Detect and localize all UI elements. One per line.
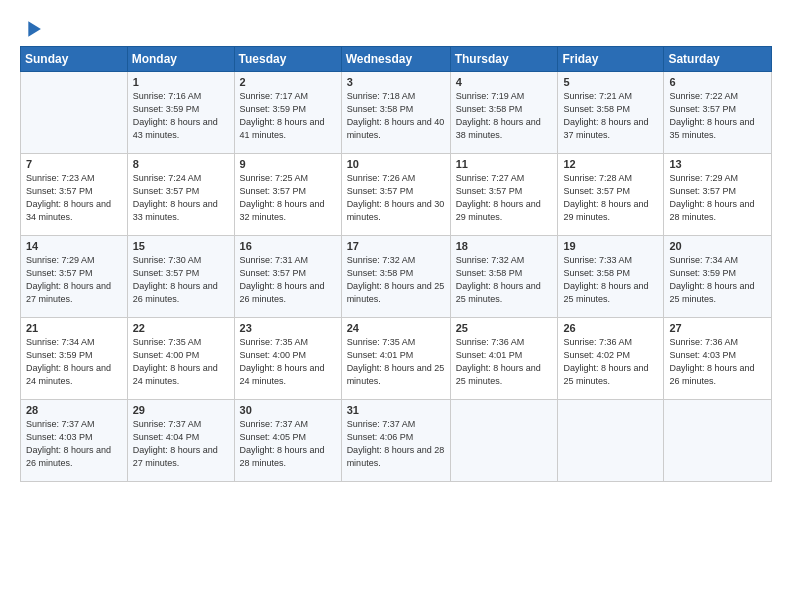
day-number: 24	[347, 322, 445, 334]
day-detail: Sunrise: 7:21 AM Sunset: 3:58 PM Dayligh…	[563, 90, 658, 142]
daylight-hours: Daylight: 8 hours and 24 minutes.	[133, 363, 218, 386]
sunrise-time: Sunrise: 7:26 AM	[347, 173, 416, 183]
sunrise-time: Sunrise: 7:37 AM	[26, 419, 95, 429]
sunrise-time: Sunrise: 7:28 AM	[563, 173, 632, 183]
header	[20, 18, 772, 36]
sunset-time: Sunset: 3:58 PM	[563, 104, 630, 114]
sunrise-time: Sunrise: 7:34 AM	[26, 337, 95, 347]
col-wednesday: Wednesday	[341, 47, 450, 72]
calendar-week-row: 14 Sunrise: 7:29 AM Sunset: 3:57 PM Dayl…	[21, 236, 772, 318]
daylight-hours: Daylight: 8 hours and 25 minutes.	[669, 281, 754, 304]
table-row: 11 Sunrise: 7:27 AM Sunset: 3:57 PM Dayl…	[450, 154, 558, 236]
day-number: 9	[240, 158, 336, 170]
day-number: 17	[347, 240, 445, 252]
daylight-hours: Daylight: 8 hours and 25 minutes.	[347, 281, 445, 304]
day-detail: Sunrise: 7:27 AM Sunset: 3:57 PM Dayligh…	[456, 172, 553, 224]
day-detail: Sunrise: 7:33 AM Sunset: 3:58 PM Dayligh…	[563, 254, 658, 306]
day-number: 26	[563, 322, 658, 334]
day-detail: Sunrise: 7:17 AM Sunset: 3:59 PM Dayligh…	[240, 90, 336, 142]
sunrise-time: Sunrise: 7:35 AM	[240, 337, 309, 347]
sunset-time: Sunset: 4:01 PM	[456, 350, 523, 360]
table-row: 26 Sunrise: 7:36 AM Sunset: 4:02 PM Dayl…	[558, 318, 664, 400]
sunset-time: Sunset: 3:57 PM	[456, 186, 523, 196]
table-row: 6 Sunrise: 7:22 AM Sunset: 3:57 PM Dayli…	[664, 72, 772, 154]
sunrise-time: Sunrise: 7:29 AM	[669, 173, 738, 183]
day-number: 14	[26, 240, 122, 252]
logo	[20, 18, 44, 36]
day-detail: Sunrise: 7:36 AM Sunset: 4:03 PM Dayligh…	[669, 336, 766, 388]
day-detail: Sunrise: 7:30 AM Sunset: 3:57 PM Dayligh…	[133, 254, 229, 306]
sunset-time: Sunset: 3:57 PM	[26, 268, 93, 278]
daylight-hours: Daylight: 8 hours and 25 minutes.	[456, 363, 541, 386]
table-row: 4 Sunrise: 7:19 AM Sunset: 3:58 PM Dayli…	[450, 72, 558, 154]
day-detail: Sunrise: 7:34 AM Sunset: 3:59 PM Dayligh…	[26, 336, 122, 388]
table-row: 20 Sunrise: 7:34 AM Sunset: 3:59 PM Dayl…	[664, 236, 772, 318]
daylight-hours: Daylight: 8 hours and 38 minutes.	[456, 117, 541, 140]
day-detail: Sunrise: 7:28 AM Sunset: 3:57 PM Dayligh…	[563, 172, 658, 224]
sunset-time: Sunset: 4:00 PM	[133, 350, 200, 360]
day-detail: Sunrise: 7:16 AM Sunset: 3:59 PM Dayligh…	[133, 90, 229, 142]
daylight-hours: Daylight: 8 hours and 35 minutes.	[669, 117, 754, 140]
sunrise-time: Sunrise: 7:30 AM	[133, 255, 202, 265]
day-detail: Sunrise: 7:37 AM Sunset: 4:03 PM Dayligh…	[26, 418, 122, 470]
table-row: 28 Sunrise: 7:37 AM Sunset: 4:03 PM Dayl…	[21, 400, 128, 482]
daylight-hours: Daylight: 8 hours and 32 minutes.	[240, 199, 325, 222]
sunset-time: Sunset: 3:59 PM	[133, 104, 200, 114]
daylight-hours: Daylight: 8 hours and 30 minutes.	[347, 199, 445, 222]
daylight-hours: Daylight: 8 hours and 25 minutes.	[347, 363, 445, 386]
sunset-time: Sunset: 3:57 PM	[133, 186, 200, 196]
day-detail: Sunrise: 7:25 AM Sunset: 3:57 PM Dayligh…	[240, 172, 336, 224]
table-row: 31 Sunrise: 7:37 AM Sunset: 4:06 PM Dayl…	[341, 400, 450, 482]
table-row: 16 Sunrise: 7:31 AM Sunset: 3:57 PM Dayl…	[234, 236, 341, 318]
sunset-time: Sunset: 3:57 PM	[347, 186, 414, 196]
day-number: 7	[26, 158, 122, 170]
day-number: 1	[133, 76, 229, 88]
table-row: 17 Sunrise: 7:32 AM Sunset: 3:58 PM Dayl…	[341, 236, 450, 318]
sunrise-time: Sunrise: 7:36 AM	[563, 337, 632, 347]
sunset-time: Sunset: 3:59 PM	[240, 104, 307, 114]
day-number: 31	[347, 404, 445, 416]
sunset-time: Sunset: 4:02 PM	[563, 350, 630, 360]
sunset-time: Sunset: 3:59 PM	[26, 350, 93, 360]
day-detail: Sunrise: 7:26 AM Sunset: 3:57 PM Dayligh…	[347, 172, 445, 224]
sunset-time: Sunset: 3:58 PM	[563, 268, 630, 278]
table-row: 8 Sunrise: 7:24 AM Sunset: 3:57 PM Dayli…	[127, 154, 234, 236]
table-row: 23 Sunrise: 7:35 AM Sunset: 4:00 PM Dayl…	[234, 318, 341, 400]
day-number: 4	[456, 76, 553, 88]
sunset-time: Sunset: 3:57 PM	[240, 268, 307, 278]
day-detail: Sunrise: 7:32 AM Sunset: 3:58 PM Dayligh…	[456, 254, 553, 306]
table-row: 27 Sunrise: 7:36 AM Sunset: 4:03 PM Dayl…	[664, 318, 772, 400]
sunrise-time: Sunrise: 7:32 AM	[456, 255, 525, 265]
sunset-time: Sunset: 3:58 PM	[347, 268, 414, 278]
daylight-hours: Daylight: 8 hours and 29 minutes.	[563, 199, 648, 222]
sunrise-time: Sunrise: 7:36 AM	[669, 337, 738, 347]
day-detail: Sunrise: 7:36 AM Sunset: 4:02 PM Dayligh…	[563, 336, 658, 388]
calendar-week-row: 7 Sunrise: 7:23 AM Sunset: 3:57 PM Dayli…	[21, 154, 772, 236]
daylight-hours: Daylight: 8 hours and 43 minutes.	[133, 117, 218, 140]
day-number: 11	[456, 158, 553, 170]
daylight-hours: Daylight: 8 hours and 24 minutes.	[26, 363, 111, 386]
table-row	[450, 400, 558, 482]
table-row: 24 Sunrise: 7:35 AM Sunset: 4:01 PM Dayl…	[341, 318, 450, 400]
sunrise-time: Sunrise: 7:37 AM	[240, 419, 309, 429]
day-number: 2	[240, 76, 336, 88]
col-thursday: Thursday	[450, 47, 558, 72]
sunrise-time: Sunrise: 7:36 AM	[456, 337, 525, 347]
sunrise-time: Sunrise: 7:25 AM	[240, 173, 309, 183]
day-number: 13	[669, 158, 766, 170]
table-row: 30 Sunrise: 7:37 AM Sunset: 4:05 PM Dayl…	[234, 400, 341, 482]
sunrise-time: Sunrise: 7:35 AM	[133, 337, 202, 347]
calendar-body: 1 Sunrise: 7:16 AM Sunset: 3:59 PM Dayli…	[21, 72, 772, 482]
day-number: 10	[347, 158, 445, 170]
logo-arrow-icon	[22, 18, 44, 40]
daylight-hours: Daylight: 8 hours and 29 minutes.	[456, 199, 541, 222]
table-row	[558, 400, 664, 482]
daylight-hours: Daylight: 8 hours and 26 minutes.	[26, 445, 111, 468]
table-row: 21 Sunrise: 7:34 AM Sunset: 3:59 PM Dayl…	[21, 318, 128, 400]
day-number: 28	[26, 404, 122, 416]
daylight-hours: Daylight: 8 hours and 37 minutes.	[563, 117, 648, 140]
daylight-hours: Daylight: 8 hours and 26 minutes.	[240, 281, 325, 304]
day-detail: Sunrise: 7:22 AM Sunset: 3:57 PM Dayligh…	[669, 90, 766, 142]
day-number: 8	[133, 158, 229, 170]
day-detail: Sunrise: 7:35 AM Sunset: 4:00 PM Dayligh…	[240, 336, 336, 388]
